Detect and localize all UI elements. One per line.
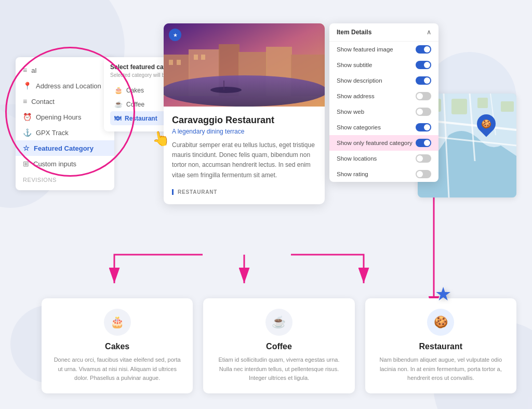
clock-icon: ⏰	[23, 113, 32, 121]
toggle-knob-1	[424, 62, 430, 68]
cat-card-coffee: ☕ Coffee Etiam id sollicitudin quam, viv…	[203, 298, 354, 393]
gpx-icon: ⚓	[23, 128, 32, 137]
cakes-icon: 🎂	[114, 86, 123, 94]
restaurant-card-icon: 🍪	[427, 309, 454, 336]
sidebar-item-custom-inputs[interactable]: ⊞ Custom inputs	[16, 156, 114, 171]
coffee-card-title: Coffee	[212, 342, 345, 351]
cakes-card-desc: Donec arcu orci, faucibus vitae eleifend…	[51, 355, 183, 383]
menu-icon: ≡	[23, 66, 27, 74]
panel-row-label-2: Show description	[337, 77, 382, 84]
grid-icon: ⊞	[23, 160, 29, 168]
cursor-hand-icon: 👆	[150, 128, 171, 149]
panel-row-label-7: Show locations	[337, 155, 377, 162]
panel-row-4: Show web	[329, 104, 438, 120]
card-title: Caravaggio Restaurant	[172, 115, 316, 126]
card-tag: RESTAURANT	[172, 189, 217, 195]
card-subtitle: A legendary dining terrace	[172, 128, 316, 135]
toggle-knob-3	[417, 93, 423, 99]
sidebar-item-opening-hours[interactable]: ⏰ Opening Hours	[16, 109, 114, 125]
svg-rect-8	[177, 60, 181, 65]
panel-row-label-5: Show categories	[337, 124, 381, 130]
toggle-2[interactable]	[416, 76, 431, 85]
panel-row-8: Show rating	[329, 166, 438, 182]
star-icon: ☆	[23, 144, 30, 152]
toggle-knob-6	[424, 140, 430, 146]
venice-scene-svg	[164, 23, 325, 107]
card-image: ★	[164, 23, 325, 107]
blue-star-icon: ★	[435, 283, 451, 305]
toggle-knob-2	[424, 77, 430, 84]
toggle-8[interactable]	[416, 170, 431, 178]
coffee-card-icon: ☕	[265, 309, 292, 336]
svg-rect-23	[501, 101, 514, 112]
restaurant-card-desc: Nam bibendum aliquet augue, vel vulputat…	[375, 355, 507, 383]
sidebar-item-gpx-track[interactable]: ⚓ GPX Track	[16, 125, 114, 140]
sidebar-item-address[interactable]: 📍 Address and Location	[16, 78, 114, 94]
panel-row-6: Show only featured category	[329, 135, 438, 151]
svg-rect-21	[451, 99, 467, 114]
panel-collapse-icon[interactable]: ∧	[427, 29, 431, 36]
panel-row-label-8: Show rating	[337, 171, 368, 177]
sidebar-item-contact[interactable]: ≡ Contact	[16, 94, 114, 109]
panel-title: Item Details	[337, 29, 371, 36]
toggle-knob-5	[424, 124, 430, 130]
svg-rect-9	[194, 55, 198, 60]
panel-rows-container: Show featured imageShow subtitleShow des…	[329, 42, 438, 182]
panel-row-3: Show address	[329, 88, 438, 104]
toggle-knob-8	[417, 171, 423, 177]
panel-row-label-0: Show featured image	[337, 46, 393, 52]
restaurant-icon: 🍽	[114, 114, 121, 122]
cat-card-restaurant: 🍪 Restaurant Nam bibendum aliquet augue,…	[365, 298, 516, 393]
svg-point-11	[164, 75, 325, 107]
item-details-panel: Item Details ∧ Show featured imageShow s…	[329, 23, 438, 182]
panel-row-label-1: Show subtitle	[337, 62, 372, 68]
panel-row-5: Show categories	[329, 120, 438, 135]
coffee-card-desc: Etiam id sollicitudin quam, viverra eges…	[212, 355, 345, 383]
toggle-0[interactable]	[416, 45, 431, 54]
toggle-4[interactable]	[416, 108, 431, 116]
restaurant-card: ★ Caravaggio Restaurant A legendary dini…	[164, 23, 325, 204]
panel-row-label-3: Show address	[337, 93, 375, 99]
location-icon: 📍	[23, 82, 32, 90]
panel-row-0: Show featured image	[329, 42, 438, 57]
coffee-icon: ☕	[114, 100, 123, 108]
svg-rect-22	[477, 98, 488, 108]
card-body: Caravaggio Restaurant A legendary dining…	[164, 107, 325, 204]
restaurant-card-title: Restaurant	[375, 342, 507, 351]
panel-header: Item Details ∧	[329, 23, 438, 42]
svg-rect-13	[223, 81, 224, 90]
cakes-card-icon: 🎂	[104, 309, 131, 336]
panel-row-1: Show subtitle	[329, 57, 438, 73]
sidebar-item-al[interactable]: ≡ al	[16, 62, 114, 78]
card-badge: ★	[169, 29, 181, 41]
contact-icon: ≡	[23, 97, 27, 105]
panel-row-7: Show locations	[329, 151, 438, 166]
revisions-label: Revisions	[16, 171, 114, 185]
svg-rect-7	[169, 60, 173, 65]
panel-row-label-6: Show only featured category	[337, 140, 413, 146]
panel-row-2: Show description	[329, 73, 438, 88]
toggle-knob-4	[417, 109, 423, 115]
cat-card-cakes: 🎂 Cakes Donec arcu orci, faucibus vitae …	[42, 298, 193, 393]
toggle-7[interactable]	[416, 154, 431, 163]
toggle-3[interactable]	[416, 92, 431, 100]
sidebar-item-featured-category[interactable]: ☆ Featured Category	[16, 140, 114, 156]
toggle-5[interactable]	[416, 123, 431, 131]
toggle-1[interactable]	[416, 61, 431, 69]
cakes-card-title: Cakes	[51, 342, 183, 351]
sidebar: ≡ al 📍 Address and Location ≡ Contact ⏰ …	[16, 57, 114, 190]
card-description: Curabitur semper erat eu tellus luctus, …	[172, 140, 316, 180]
svg-point-12	[210, 87, 242, 93]
toggle-6[interactable]	[416, 139, 431, 147]
map-pin-inner: 🍪	[481, 119, 491, 129]
bottom-cards-container: 🎂 Cakes Donec arcu orci, faucibus vitae …	[42, 298, 516, 393]
panel-row-label-4: Show web	[337, 109, 364, 115]
svg-rect-10	[201, 55, 205, 60]
toggle-knob-0	[424, 46, 430, 52]
toggle-knob-7	[417, 155, 423, 162]
